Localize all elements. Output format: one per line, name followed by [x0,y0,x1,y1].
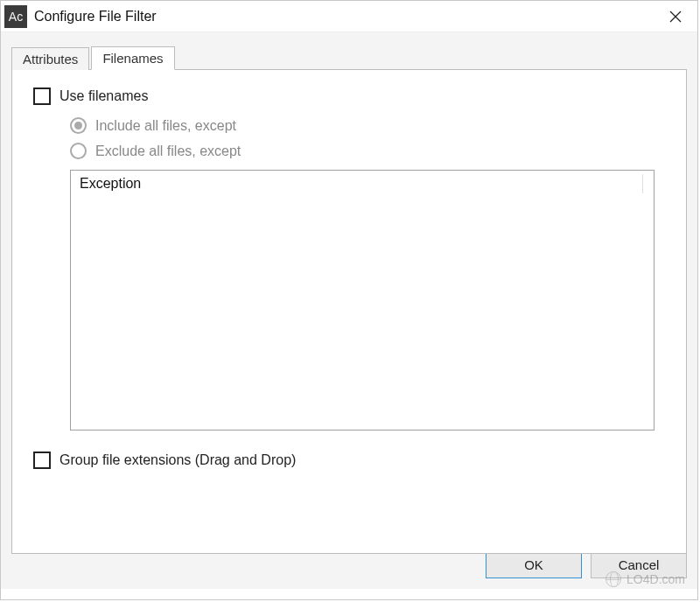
tab-attributes[interactable]: Attributes [11,47,89,70]
close-icon [669,10,682,23]
include-radio-row: Include all files, except [70,117,665,134]
include-radio[interactable] [70,117,87,134]
titlebar: Ac Configure File Filter [1,1,697,32]
group-extensions-row: Group file extensions (Drag and Drop) [33,452,665,469]
exception-list[interactable]: Exception [70,170,654,430]
ok-button[interactable]: OK [486,550,582,578]
use-filenames-label[interactable]: Use filenames [60,88,148,104]
use-filenames-checkbox[interactable] [33,88,51,105]
content-area: Attributes Filenames Use filenames Inclu… [1,32,697,550]
button-bar: OK Cancel [1,550,697,589]
exclude-radio[interactable] [70,143,87,159]
window-title: Configure File Filter [34,9,157,24]
group-extensions-checkbox[interactable] [33,452,51,469]
use-filenames-row: Use filenames [33,88,665,105]
include-exclude-radio-group: Include all files, except Exclude all fi… [70,117,665,159]
cancel-button[interactable]: Cancel [591,550,687,578]
tab-strip: Attributes Filenames [11,43,687,69]
tab-filenames[interactable]: Filenames [91,46,174,70]
exception-list-header[interactable]: Exception [71,171,654,197]
tab-panel-filenames: Use filenames Include all files, except … [11,69,687,554]
close-button[interactable] [654,1,697,32]
exclude-radio-label[interactable]: Exclude all files, except [95,144,241,159]
app-icon: Ac [4,5,27,28]
dialog-window: Ac Configure File Filter Attributes File… [0,0,698,600]
include-radio-label[interactable]: Include all files, except [95,118,236,134]
exclude-radio-row: Exclude all files, except [70,143,665,159]
group-extensions-label[interactable]: Group file extensions (Drag and Drop) [60,452,296,468]
